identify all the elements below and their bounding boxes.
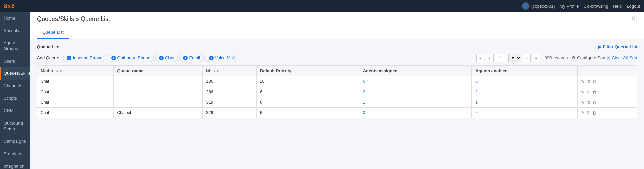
add-inbound-phone-button[interactable]: + Inbound Phone: [63, 54, 106, 62]
last-page-button[interactable]: »: [532, 54, 540, 62]
delete-icon-1[interactable]: 🗑: [592, 90, 596, 95]
cell-agents-enabled-3: 0: [472, 108, 578, 118]
delete-icon-3[interactable]: 🗑: [592, 110, 596, 115]
col-actions: [578, 66, 637, 76]
edit-icon-1[interactable]: ✎: [581, 90, 585, 95]
cell-media-2: Chat: [37, 97, 114, 108]
cell-media-3: Chat: [37, 108, 114, 118]
cell-id-3: 329: [203, 108, 257, 118]
configure-sort-button[interactable]: ⚙ Configure Sort: [572, 55, 605, 60]
add-outbound-phone-button[interactable]: + Outbound Phone: [108, 54, 154, 62]
edit-icon-0[interactable]: ✎: [581, 79, 585, 84]
clear-all-sort-button[interactable]: ✕ Clear All Sort: [607, 55, 637, 60]
delete-icon-0[interactable]: 🗑: [592, 79, 596, 84]
edit-icon-2[interactable]: ✎: [581, 100, 585, 105]
copy-icon-2[interactable]: ⧉: [587, 100, 590, 105]
sidebar-item-crm[interactable]: CRM: [0, 105, 30, 117]
info-icon[interactable]: ⓘ: [632, 15, 637, 23]
logout-link[interactable]: Logout: [627, 4, 640, 9]
col-queue-name[interactable]: Queue name: [114, 66, 203, 76]
cell-agents-enabled-0: 6: [472, 76, 578, 87]
sidebar-item-campaigns[interactable]: Campaigns: [0, 135, 30, 148]
plus-icon-voicemail: +: [209, 56, 214, 60]
pagination: « ‹ 1 ▼ › »: [476, 54, 540, 62]
gear-icon: ⚙: [572, 55, 576, 60]
queue-table: Media ▲▼ Queue name Id ▲▼ Default Priori…: [37, 65, 637, 118]
cell-queue-name-2: [114, 97, 203, 108]
add-email-button[interactable]: + Email: [179, 54, 204, 62]
copy-icon-1[interactable]: ⧉: [587, 89, 590, 95]
first-page-button[interactable]: «: [476, 54, 484, 62]
add-queue-label: Add Queue:: [37, 55, 60, 60]
table-header-row: Media ▲▼ Queue name Id ▲▼ Default Priori…: [37, 66, 637, 76]
top-nav-right: 👤 (copsccx01) My Profile Co-browsing Hel…: [522, 2, 640, 10]
cell-media-0: Chat: [37, 76, 114, 87]
add-chat-button[interactable]: + Chat: [155, 54, 178, 62]
sidebar-item-security[interactable]: Security: [0, 25, 30, 37]
cell-default-priority-2: 6: [257, 97, 359, 108]
section-title-text: Queue List: [37, 44, 60, 49]
plus-icon-outbound: +: [111, 56, 116, 60]
copy-icon-3[interactable]: ⧉: [587, 110, 590, 115]
plus-icon-email: +: [183, 56, 188, 60]
sidebar-item-home[interactable]: Home: [0, 12, 30, 25]
records-count: 999 records: [545, 55, 568, 60]
sidebar-item-users[interactable]: Users: [0, 55, 30, 68]
page-title: Queues/Skills » Queue List: [37, 15, 110, 23]
page-size-select[interactable]: ▼: [508, 54, 521, 62]
sidebar-item-channels[interactable]: Channels: [0, 80, 30, 92]
prev-page-button[interactable]: ‹: [486, 54, 494, 62]
plus-icon-inbound: +: [67, 56, 71, 60]
cell-queue-name-3: Chatbot: [114, 108, 203, 118]
my-profile-link[interactable]: My Profile: [560, 4, 579, 9]
co-browsing-link[interactable]: Co-browsing: [584, 4, 608, 9]
cell-actions-2: ✎ ⧉ 🗑: [578, 97, 637, 108]
sidebar-item-broadcast[interactable]: Broadcast: [0, 148, 30, 160]
edit-icon-3[interactable]: ✎: [581, 110, 585, 115]
col-agents-assigned[interactable]: Agents assigned: [359, 66, 472, 76]
user-avatar-icon: 👤: [522, 2, 529, 10]
table-row: Chat 286 6 2 2 ✎ ⧉ 🗑: [37, 87, 637, 97]
content-area: Queues/Skills » Queue List ⓘ Queue List …: [30, 12, 644, 169]
page-number-input[interactable]: 1: [495, 54, 507, 62]
tab-queue-list[interactable]: Queue List: [37, 26, 69, 39]
sidebar-item-outbound-setup[interactable]: Outbound Setup: [0, 117, 30, 135]
cell-queue-name-0: [114, 76, 203, 87]
cell-actions-1: ✎ ⧉ 🗑: [578, 87, 637, 97]
top-nav: 8x8 👤 (copsccx01) My Profile Co-browsing…: [0, 0, 644, 12]
filter-arrow-icon: ▶: [598, 44, 601, 49]
cell-id-2: 319: [203, 97, 257, 108]
main-layout: Home Security Agent Groups Users Queues/…: [0, 12, 644, 169]
copy-icon-0[interactable]: ⧉: [587, 79, 590, 84]
table-row: Chat 319 6 1 1 ✎ ⧉ 🗑: [37, 97, 637, 108]
help-link[interactable]: Help: [613, 4, 622, 9]
sidebar-item-agent-groups[interactable]: Agent Groups: [0, 37, 30, 55]
filter-queue-list-link[interactable]: ▶ Filter Queue List: [598, 44, 637, 49]
user-info: 👤 (copsccx01): [522, 2, 555, 10]
sidebar-item-integration[interactable]: Integration: [0, 160, 30, 169]
cell-agents-enabled-1: 2: [472, 87, 578, 97]
eraser-icon: ✕: [607, 55, 610, 60]
add-voice-mail-button[interactable]: + Voice Mail: [205, 54, 238, 62]
next-page-button[interactable]: ›: [523, 54, 531, 62]
cell-agents-assigned-1: 2: [359, 87, 472, 97]
table-row: Chat 106 10 6 6 ✎ ⧉ 🗑: [37, 76, 637, 87]
cell-agents-enabled-2: 1: [472, 97, 578, 108]
delete-icon-2[interactable]: 🗑: [592, 100, 596, 105]
toolbar: Add Queue: + Inbound Phone + Outbound Ph…: [37, 54, 637, 62]
col-agents-enabled[interactable]: Agents enabled: [472, 66, 578, 76]
cell-media-1: Chat: [37, 87, 114, 97]
cell-default-priority-3: 6: [257, 108, 359, 118]
sidebar-item-queues-skills[interactable]: Queues/Skills: [0, 67, 30, 80]
sidebar-item-scripts[interactable]: Scripts: [0, 92, 30, 105]
cell-id-0: 106: [203, 76, 257, 87]
user-display: (copsccx01): [531, 4, 555, 9]
col-default-priority[interactable]: Default Priority: [257, 66, 359, 76]
table-row: Chat Chatbot 329 6 0 0 ✎ ⧉ 🗑: [37, 108, 637, 118]
tabs-bar: Queue List: [30, 26, 644, 39]
col-media[interactable]: Media ▲▼: [37, 66, 114, 76]
queue-section: Queue List ▶ Filter Queue List Add Queue…: [30, 39, 644, 169]
col-id[interactable]: Id ▲▼: [203, 66, 257, 76]
sort-icon-id: ▲▼: [213, 69, 219, 73]
cell-agents-assigned-2: 1: [359, 97, 472, 108]
